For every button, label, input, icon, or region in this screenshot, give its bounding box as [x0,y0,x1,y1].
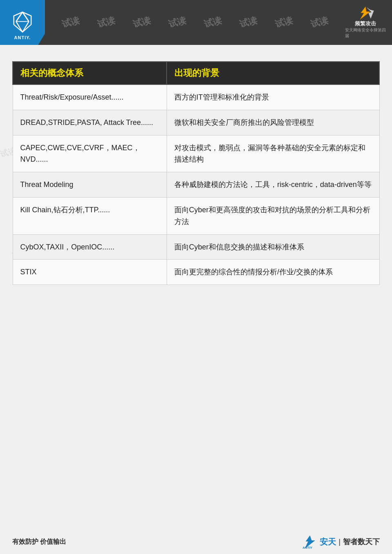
table-row: Threat Modeling各种威胁建模的方法论，工具，risk-centri… [13,172,379,198]
footer-brand-main: 安天 [320,536,336,547]
cell-left-3: Threat Modeling [13,172,167,198]
header-wm-6: 试读 [238,14,258,31]
cell-left-4: Kill Chain,钻石分析,TTP...... [13,197,167,234]
cell-left-0: Threat/Risk/Exposure/Asset...... [13,85,167,110]
header-wm-3: 试读 [131,14,152,31]
footer-left-text: 有效防护 价值输出 [12,538,66,546]
logo-text: ANTIY. [14,35,31,40]
footer-pipe: | [339,538,341,546]
cell-right-3: 各种威胁建模的方法论，工具，risk-centric，data-driven等等 [167,172,379,198]
col2-header: 出现的背景 [167,62,379,85]
cell-left-2: CAPEC,CWE,CVE,CVRF，MAEC，NVD...... [13,135,167,172]
cell-left-6: STIX [13,260,167,285]
cell-right-4: 面向Cyber和更高强度的攻击和对抗的场景的分析工具和分析方法 [167,197,379,234]
cell-right-0: 西方的IT管理和标准化的背景 [167,85,379,110]
table-row: DREAD,STRIDE,PASTA, Attack Tree......微软和… [13,110,379,135]
header-brand-sub: 安天网络安全令牌第四届 [345,27,386,39]
cell-left-5: CybOX,TAXII，OpenIOC...... [13,234,167,260]
header-wm-1: 试读 [60,14,81,31]
table-row: Threat/Risk/Exposure/Asset......西方的IT管理和… [13,85,379,110]
cell-right-5: 面向Cyber和信息交换的描述和标准体系 [167,234,379,260]
cell-right-1: 微软和相关安全厂商所推出的风险管理模型 [167,110,379,135]
header-wm-5: 试读 [203,14,223,31]
main-content: 试读 试读 试读 试读 试读 试读 试读 试读 试读 试读 试读 试读 试读 试… [0,45,392,299]
header: ANTIY. 试读 试读 试读 试读 试读 试读 试读 试读 频繁攻击 安天网络… [0,0,392,45]
main-table: 相关的概念体系 出现的背景 Threat/Risk/Exposure/Asset… [12,61,380,285]
table-row: STIX面向更完整的综合性的情报分析/作业/交换的体系 [13,260,379,285]
cell-right-6: 面向更完整的综合性的情报分析/作业/交换的体系 [167,260,379,285]
footer-brand-sub: 智者数天下 [343,537,380,547]
svg-text:ANTIY: ANTIY [303,546,313,549]
header-brand-name: 频繁攻击 [355,20,376,27]
table-row: CybOX,TAXII，OpenIOC......面向Cyber和信息交换的描述… [13,234,379,260]
header-wm-7: 试读 [274,14,294,31]
header-watermarks: 试读 试读 试读 试读 试读 试读 试读 试读 [45,16,345,29]
table-row: CAPEC,CWE,CVE,CVRF，MAEC，NVD......对攻击模式，脆… [13,135,379,172]
header-brand-icon [351,6,380,20]
logo-area: ANTIY. [0,0,45,45]
footer: 有效防护 价值输出 ANTIY 安天 | 智者数天下 [0,530,392,554]
table-row: Kill Chain,钻石分析,TTP......面向Cyber和更高强度的攻击… [13,197,379,234]
header-wm-8: 试读 [309,14,329,31]
cell-right-2: 对攻击模式，脆弱点，漏洞等各种基础的安全元素的标定和描述结构 [167,135,379,172]
header-logo-right: 频繁攻击 安天网络安全令牌第四届 [345,6,386,39]
footer-logo-icon: ANTIY [302,535,318,549]
footer-logo: ANTIY 安天 | 智者数天下 [302,535,380,549]
header-wm-4: 试读 [167,14,187,31]
cell-left-1: DREAD,STRIDE,PASTA, Attack Tree...... [13,110,167,135]
header-wm-2: 试读 [96,14,116,31]
logo-icon [11,10,34,35]
col1-header: 相关的概念体系 [13,62,167,85]
